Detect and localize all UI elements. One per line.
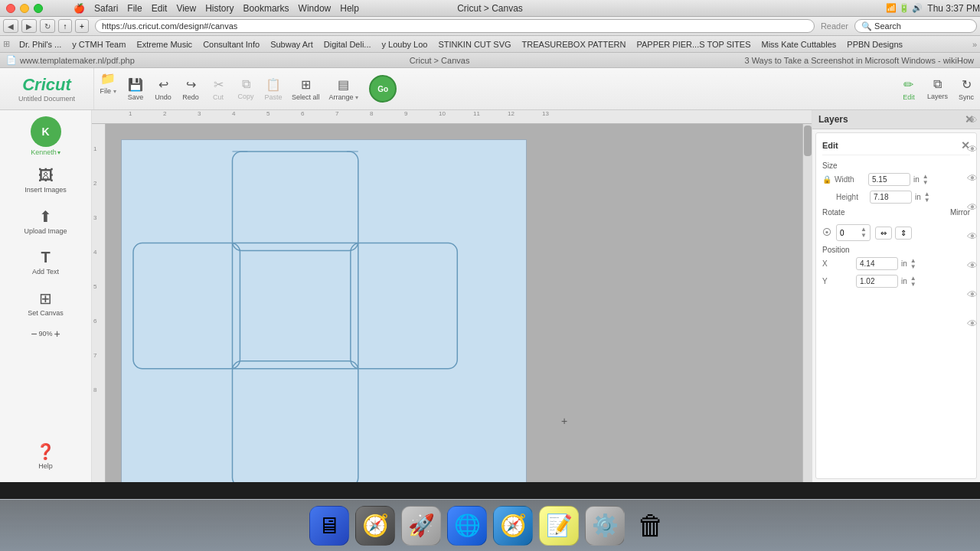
dock-notes[interactable]: 📝 — [539, 506, 579, 546]
cut-button[interactable]: ✂ Cut — [204, 74, 232, 104]
bookmark-digital-deli[interactable]: Digital Deli... — [319, 38, 376, 51]
window-menu-item[interactable]: Window — [299, 3, 332, 14]
reload-button[interactable]: ↻ — [40, 19, 55, 33]
width-down[interactable]: ▼ — [923, 180, 929, 186]
edit-tool-button[interactable]: ✏ Edit — [895, 74, 923, 104]
sidebar-item-insert-images[interactable]: 🖼 Insert Images — [5, 161, 87, 200]
sidebar-item-help[interactable]: ❓ Help — [5, 436, 87, 476]
select-all-button[interactable]: ⊞ Select all — [287, 74, 325, 104]
bookmark-papper[interactable]: PAPPER PIER...S TOP SITES — [632, 38, 756, 51]
user-avatar[interactable]: K — [31, 116, 61, 147]
trash-icon: 🗑 — [637, 510, 665, 542]
bookmark-subway[interactable]: Subway Art — [266, 38, 318, 51]
save-button[interactable]: 💾 Save — [122, 74, 149, 104]
canvas-viewport[interactable]: + — [106, 124, 812, 482]
address-input[interactable]: https://us.cricut.com/design#/canvas — [95, 19, 815, 33]
new-tab-button[interactable]: + — [75, 19, 89, 33]
layers-tool-button[interactable]: ⧉ Layers — [923, 74, 952, 103]
width-input[interactable] — [868, 173, 910, 186]
copy-button[interactable]: ⧉ Copy — [232, 74, 260, 103]
bookmark-extreme-music[interactable]: Extreme Music — [132, 38, 197, 51]
go-button[interactable]: Go — [369, 75, 397, 103]
height-down[interactable]: ▼ — [924, 197, 930, 204]
bookmark-ppbn[interactable]: PPBN Designs — [842, 38, 907, 51]
safari-menu-item[interactable]: Safari — [94, 3, 118, 14]
mirror-vertical-button[interactable]: ⇕ — [895, 227, 912, 240]
width-spinner[interactable]: ▲ ▼ — [923, 174, 929, 186]
cut-icon: ✂ — [214, 77, 224, 92]
sidebar-item-set-canvas[interactable]: ⊞ Set Canvas — [5, 283, 87, 323]
rotate-spinner[interactable]: ▲ ▼ — [861, 227, 867, 239]
forward-button[interactable]: ▶ — [21, 19, 37, 33]
zoom-in-button[interactable]: + — [54, 328, 60, 340]
x-spinner[interactable]: ▲ ▼ — [910, 258, 916, 270]
height-row: Height in ▲ ▼ — [822, 191, 970, 204]
scrollbar-v-thumb[interactable] — [804, 126, 812, 156]
username[interactable]: Kenneth▾ — [31, 148, 60, 156]
view-menu-item[interactable]: View — [176, 3, 196, 14]
bookmark-louby[interactable]: y Louby Loo — [377, 38, 433, 51]
arrange-button[interactable]: ▤ Arrange ▾ — [325, 74, 364, 104]
close-button[interactable] — [6, 4, 15, 13]
redo-button[interactable]: ↪ Redo — [177, 74, 204, 104]
height-spinner[interactable]: ▲ ▼ — [924, 191, 930, 204]
vis-eye-1[interactable]: 👁 — [967, 114, 978, 126]
vis-eye-2[interactable]: 👁 — [967, 143, 978, 155]
x-down[interactable]: ▼ — [910, 264, 916, 270]
sync-tool-label: Sync — [959, 93, 974, 101]
vis-eye-6[interactable]: 👁 — [967, 259, 978, 272]
zoom-out-button[interactable]: − — [31, 328, 37, 340]
help-menu-item[interactable]: Help — [340, 3, 359, 14]
vis-eye-7[interactable]: 👁 — [967, 289, 978, 301]
rotate-down[interactable]: ▼ — [861, 233, 867, 239]
edit-panel-title: Edit — [822, 141, 838, 150]
back-button[interactable]: ◀ — [3, 19, 18, 33]
upload-image-icon: ⬆ — [39, 207, 52, 226]
y-spinner[interactable]: ▲ ▼ — [910, 276, 916, 288]
file-menu-item[interactable]: File — [127, 3, 142, 14]
bookmarks-menu-item[interactable]: Bookmarks — [243, 3, 289, 14]
height-input[interactable] — [870, 191, 912, 204]
bookmarks-more[interactable]: » — [972, 40, 977, 49]
y-down[interactable]: ▼ — [910, 282, 916, 288]
canvas-area[interactable]: 1 2 3 4 5 6 7 8 9 10 11 12 13 — [92, 110, 812, 482]
sync-tool-button[interactable]: ↻ Sync — [952, 74, 980, 104]
vis-eye-3[interactable]: 👁 — [967, 172, 978, 184]
dock-system-prefs[interactable]: ⚙️ — [585, 506, 625, 546]
file-button[interactable]: 📁 File ▾ — [94, 68, 122, 109]
x-input[interactable] — [856, 257, 898, 270]
bookmark-dr-phil[interactable]: Dr. Phil's ... — [15, 38, 66, 51]
edit-menu-item[interactable]: Edit — [152, 3, 168, 14]
scrollbar-v[interactable] — [802, 124, 812, 482]
dock-compass[interactable]: 🧭 — [355, 506, 395, 546]
bookmark-consultant[interactable]: Consultant Info — [198, 38, 264, 51]
size-section: Size 🔒 Width in ▲ ▼ — [822, 161, 970, 204]
insert-images-label: Insert Images — [24, 186, 67, 194]
dock-trash[interactable]: 🗑 — [631, 506, 671, 546]
y-input[interactable] — [856, 275, 898, 288]
dock-sphere[interactable]: 🌐 — [447, 506, 487, 546]
history-menu-item[interactable]: History — [205, 3, 234, 14]
bookmark-ctmh[interactable]: y CTMH Team — [67, 38, 130, 51]
maximize-button[interactable] — [34, 4, 43, 13]
vis-eye-5[interactable]: 👁 — [967, 230, 978, 243]
vis-eye-8[interactable]: 👁 — [967, 318, 978, 330]
vis-eye-4[interactable]: 👁 — [967, 201, 978, 214]
dock-safari[interactable]: 🧭 — [493, 506, 533, 546]
dock-finder[interactable]: 🖥 — [309, 506, 349, 546]
paste-button[interactable]: 📋 Paste — [260, 74, 287, 104]
bookmark-misekate[interactable]: Miss Kate Cuttables — [756, 38, 841, 51]
dock-rocket[interactable]: 🚀 — [401, 506, 441, 546]
reader-button[interactable]: Reader — [821, 21, 848, 31]
sidebar-item-upload-image[interactable]: ⬆ Upload Image — [5, 201, 87, 241]
bookmark-treasurebox[interactable]: TREASUREBOX PATTERN — [518, 38, 631, 51]
bookmark-stinkin[interactable]: STINKIN CUT SVG — [433, 38, 515, 51]
search-input[interactable]: 🔍 Search — [854, 19, 977, 33]
design-canvas[interactable] — [121, 139, 527, 482]
mirror-horizontal-button[interactable]: ⇔ — [875, 227, 892, 240]
undo-button[interactable]: ↩ Undo — [149, 74, 177, 104]
minimize-button[interactable] — [20, 4, 29, 13]
share-button[interactable]: ↑ — [58, 19, 72, 33]
sidebar-item-add-text[interactable]: T Add Text — [5, 243, 87, 282]
apple-menu[interactable]: 🍎 — [74, 3, 85, 14]
